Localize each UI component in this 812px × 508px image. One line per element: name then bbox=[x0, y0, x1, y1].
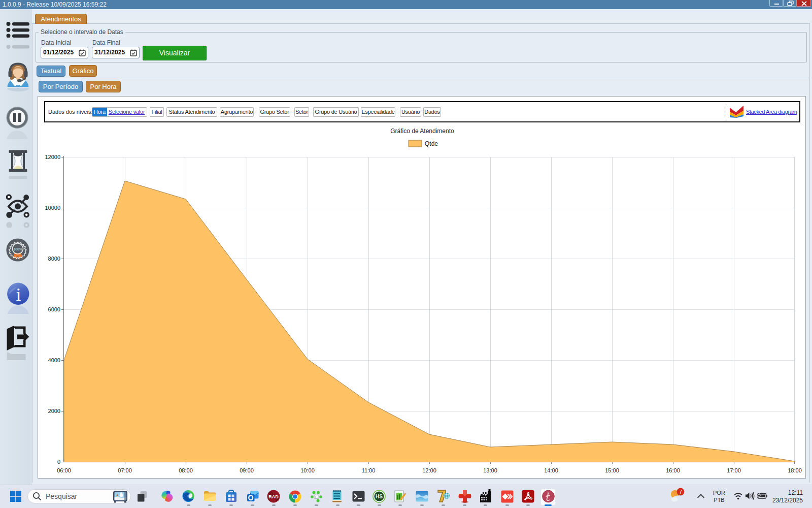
svg-text:13:00: 13:00 bbox=[483, 467, 497, 473]
svg-text:17:00: 17:00 bbox=[727, 467, 741, 473]
svg-text:08:00: 08:00 bbox=[179, 467, 193, 473]
svg-text:0: 0 bbox=[57, 459, 60, 465]
svg-text:10000: 10000 bbox=[45, 205, 60, 211]
svg-text:06:00: 06:00 bbox=[57, 467, 71, 473]
svg-text:6000: 6000 bbox=[48, 306, 60, 312]
svg-text:12:00: 12:00 bbox=[422, 467, 436, 473]
svg-text:10:00: 10:00 bbox=[300, 467, 315, 473]
svg-text:16:00: 16:00 bbox=[666, 467, 680, 473]
svg-text:11:00: 11:00 bbox=[362, 467, 376, 473]
svg-text:Gráfico de Atendimento: Gráfico de Atendimento bbox=[390, 128, 454, 135]
svg-text:Qtde: Qtde bbox=[425, 140, 438, 147]
svg-text:15:00: 15:00 bbox=[605, 467, 619, 473]
svg-text:2000: 2000 bbox=[48, 408, 60, 414]
svg-text:8000: 8000 bbox=[48, 256, 60, 262]
svg-text:09:00: 09:00 bbox=[240, 467, 254, 473]
svg-text:12000: 12000 bbox=[45, 154, 60, 160]
svg-text:18:00: 18:00 bbox=[788, 467, 802, 473]
svg-text:4000: 4000 bbox=[48, 357, 60, 363]
svg-text:14:00: 14:00 bbox=[544, 467, 558, 473]
svg-text:07:00: 07:00 bbox=[118, 467, 132, 473]
